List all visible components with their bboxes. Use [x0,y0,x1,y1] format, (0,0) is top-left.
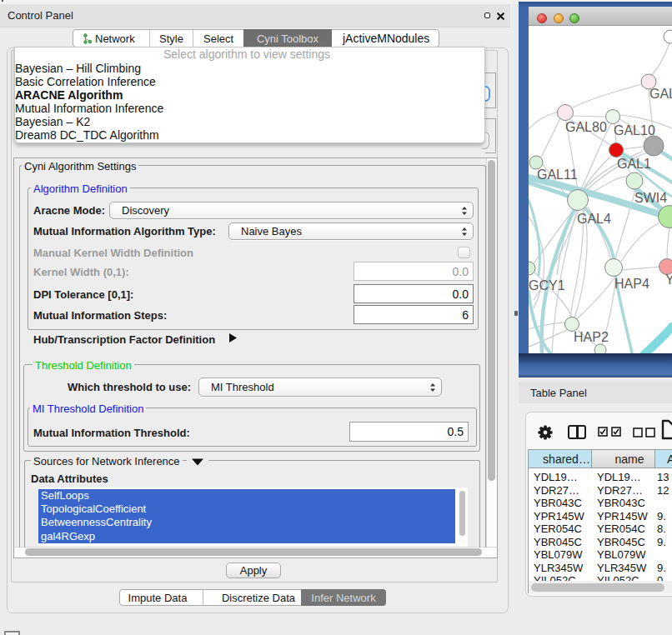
svg-text:HAP2: HAP2 [574,330,609,344]
svg-text:GAL: GAL [649,87,672,101]
svg-text:HAP4: HAP4 [614,277,649,291]
svg-text:GAL80: GAL80 [565,120,607,134]
svg-text:GAL1: GAL1 [617,157,651,171]
svg-text:GAL10: GAL10 [614,123,655,138]
svg-text:Y: Y [665,272,672,287]
svg-text:GAL11: GAL11 [537,168,578,182]
svg-text:GCY1: GCY1 [529,278,565,292]
svg-text:SWI4: SWI4 [634,191,667,205]
svg-text:GAL4: GAL4 [577,212,611,226]
